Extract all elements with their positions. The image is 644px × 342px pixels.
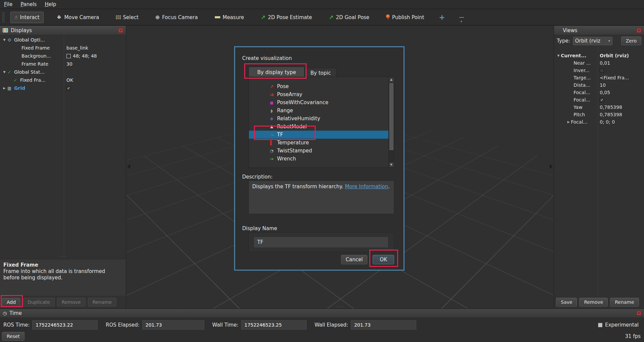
scroll-up-icon[interactable]: ▲ [389,77,394,82]
invert-z-checkbox[interactable] [600,68,604,73]
list-item-pose[interactable]: ↗ Pose [249,82,388,90]
toolbar-grip-handle[interactable] [2,12,5,23]
list-item-range[interactable]: ◗ Range [249,107,388,115]
wall-elapsed-value[interactable]: 201.73 [351,320,416,330]
toolbar-overflow-chevron-icon[interactable]: ▾ [461,20,462,23]
duplicate-display-button[interactable]: Duplicate [23,298,55,306]
remove-display-button[interactable]: Remove [57,298,86,306]
menu-help[interactable]: Help [45,1,56,7]
row-global-status[interactable]: ▼ ✓ Global Stat... [0,68,126,76]
list-item-twiststamped[interactable]: ◔ TwistStamped [249,147,388,155]
row-value[interactable]: 0,05 [598,90,644,95]
scroll-down-icon[interactable]: ▼ [389,162,394,167]
row-value[interactable]: base_link [64,45,126,51]
grid-enabled-checkbox[interactable] [66,86,71,90]
row-value[interactable]: <Fixed Fra... [598,75,644,80]
list-item-robotmodel[interactable]: ♟ RobotModel [249,123,388,131]
row-global-options[interactable]: ▼ ⚙ Global Opti... [0,36,126,44]
row-value[interactable]: 0,785398 [598,112,644,117]
row-fixed-frame-status[interactable]: ✓ Fixed Fra... OK [0,76,126,84]
collapse-left-panel-arrow-icon[interactable] [127,164,130,169]
tool-select[interactable]: Select [112,12,143,23]
displays-close-icon[interactable]: ✕ [118,28,123,33]
experimental-checkbox[interactable] [598,323,602,327]
tool-publish-point[interactable]: Publish Point [382,12,428,23]
expander-right-icon[interactable]: ▶ [2,86,7,90]
row-value[interactable]: 0; 0; 0 [598,119,644,125]
rename-view-button[interactable]: Rename [610,298,639,306]
tool-2d-goal-pose[interactable]: ↗ 2D Goal Pose [325,11,373,23]
more-information-link[interactable]: More Information [345,184,388,190]
experimental-toggle[interactable]: Experimental [598,322,639,328]
ros-time-label: ROS Time: [3,322,30,328]
list-item-label: PoseArray [277,91,302,97]
property-help-box: Fixed Frame Frame into which all data is… [0,259,126,296]
row-target-frame[interactable]: Targe... <Fixed Fra... [554,74,644,81]
tab-by-display-type[interactable]: By display type [249,67,305,78]
display-name-input[interactable]: TF [254,236,388,248]
list-scrollbar[interactable]: ▲ ▼ [388,77,394,167]
list-item-tf[interactable]: TF [249,131,388,139]
menu-file[interactable]: File [4,1,12,7]
tool-2d-pose-estimate[interactable]: ↗ 2D Pose Estimate [257,11,316,23]
add-tool-button[interactable]: + [439,13,445,21]
row-value[interactable]: 0,01 [598,60,644,66]
expander-right-icon[interactable]: ▶ [566,120,571,124]
reset-button[interactable]: Reset [2,332,24,341]
rename-display-button[interactable]: Rename [88,298,116,306]
row-value[interactable]: 48; 48; 48 [64,53,126,59]
fps-counter: 31 fps [625,333,641,339]
color-swatch[interactable] [66,54,71,58]
tool-interact[interactable]: ☝ Interact [10,12,44,23]
ok-button[interactable]: OK [373,255,394,264]
tool-measure[interactable]: Measure [211,12,248,23]
tab-by-topic[interactable]: By topic [305,68,336,78]
zero-button[interactable]: Zero [621,37,641,45]
row-grid[interactable]: ▶ ▦ Grid [0,84,126,92]
ros-time-value[interactable]: 1752246523.22 [32,320,98,330]
row-frame-rate[interactable]: Frame Rate 30 [0,60,126,68]
views-close-icon[interactable]: ✕ [637,28,641,33]
list-item-posearray[interactable]: ⇉ PoseArray [249,90,388,98]
time-close-icon[interactable]: ✕ [637,311,641,316]
row-focal-shape-size[interactable]: Focal... 0,05 [554,89,644,96]
tool-focus-camera[interactable]: ⊕ Focus Camera [151,11,202,23]
row-value[interactable]: 10 [598,82,644,88]
collapse-right-panel-arrow-icon[interactable] [550,164,553,169]
add-display-button[interactable]: Add [2,298,20,306]
list-item-posewithcovariance[interactable]: ◼ PoseWithCovariance [249,98,388,107]
expander-down-icon[interactable]: ▼ [556,54,561,57]
ros-elapsed-value[interactable]: 201.73 [142,320,204,330]
row-focal-shape-fixed[interactable]: Focal... [554,96,644,104]
remove-view-button[interactable]: Remove [579,298,608,306]
row-value[interactable]: 30 [64,61,126,67]
wall-time-value[interactable]: 1752246523.25 [241,320,307,330]
remove-tool-button[interactable]: − ▾ [459,13,465,21]
tool-move-camera[interactable]: ↔ ↕ Move Camera [52,12,103,23]
expander-down-icon[interactable]: ▼ [2,70,7,74]
row-near-clip[interactable]: Near ... 0,01 [554,59,644,67]
menu-panels[interactable]: Panels [20,1,37,7]
tf-axes-icon [269,132,274,138]
pose-arrow-icon: ↗ [269,84,274,89]
row-fixed-frame[interactable]: Fixed Frame base_link [0,44,126,52]
list-item-wrench[interactable]: ⇝ Wrench [249,155,388,163]
focal-shape-checkbox[interactable] [600,98,604,102]
cancel-button[interactable]: Cancel [341,255,368,264]
row-invert-z[interactable]: Inver... [554,67,644,74]
row-value[interactable]: 0,785398 [598,105,644,110]
list-item-temperature[interactable]: ▌ Temperature [249,139,388,147]
expander-down-icon[interactable]: ▼ [2,38,7,42]
list-item-relativehumidity[interactable]: ∗ RelativeHumidity [249,115,388,123]
row-focal-point[interactable]: ▶ Focal... 0; 0; 0 [554,118,644,126]
viewport-bottom-splitter-handle[interactable]: ····· [336,305,344,309]
displays-splitter-handle[interactable]: ····· [0,255,126,259]
row-yaw[interactable]: Yaw 0,785398 [554,104,644,111]
row-distance[interactable]: Dista... 10 [554,81,644,89]
row-current-view[interactable]: ▼ Current... Orbit (rviz) [554,52,644,59]
scrollbar-thumb[interactable] [389,83,393,150]
view-type-dropdown[interactable]: Orbit (rviz ▾ [573,37,612,45]
row-background-color[interactable]: Backgroun... 48; 48; 48 [0,52,126,60]
save-view-button[interactable]: Save [556,298,577,306]
row-pitch[interactable]: Pitch 0,785398 [554,111,644,118]
